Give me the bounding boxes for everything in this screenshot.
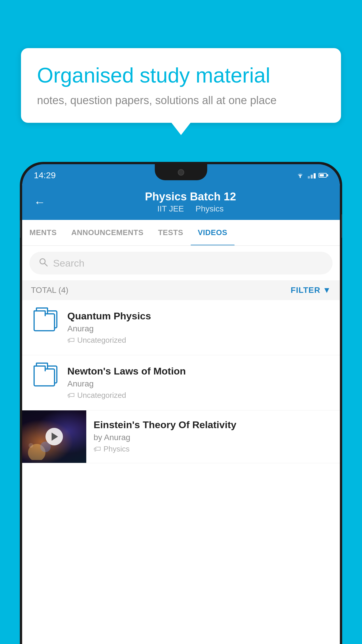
speech-bubble: Organised study material notes, question…: [21, 48, 341, 123]
filter-row: TOTAL (4) FILTER ▼: [22, 280, 340, 300]
notch: [155, 164, 207, 180]
volume-button: [20, 220, 21, 238]
search-placeholder: Search: [53, 258, 85, 269]
app-content: ← Physics Batch 12 IIT JEE Physics MENTS…: [22, 184, 340, 644]
play-button[interactable]: [45, 428, 63, 445]
tag-iit: IIT JEE: [157, 204, 184, 213]
status-icons: [296, 172, 328, 179]
list-item[interactable]: Einstein's Theory Of Relativity by Anura…: [22, 410, 340, 463]
battery-icon: [319, 173, 328, 178]
wifi-icon: [296, 172, 305, 179]
svg-line-2: [45, 263, 47, 266]
folder-icon: [34, 365, 57, 386]
phone-frame: 14:29: [20, 162, 342, 644]
tab-tests[interactable]: TESTS: [151, 220, 190, 245]
tag-icon: 🏷: [94, 444, 101, 454]
camera: [178, 169, 184, 176]
status-time: 14:29: [34, 170, 56, 180]
video-title-3: Einstein's Theory Of Relativity: [94, 419, 333, 430]
tag-icon: 🏷: [67, 336, 75, 345]
video-thumb-2: [31, 365, 60, 386]
tab-announcements[interactable]: ANNOUNCEMENTS: [64, 220, 151, 245]
video-author-3: by Anurag: [94, 433, 333, 442]
video-title-2: Newton's Laws of Motion: [67, 365, 331, 377]
tab-videos[interactable]: VIDEOS: [191, 220, 235, 245]
phone-inner: 14:29: [22, 164, 340, 644]
header-tags: IIT JEE Physics: [53, 204, 328, 214]
video-thumbnail-3: [22, 410, 86, 463]
batch-title: Physics Batch 12: [53, 190, 328, 203]
list-item[interactable]: Newton's Laws of Motion Anurag 🏷 Uncateg…: [22, 355, 340, 410]
video-thumb-1: [31, 310, 60, 331]
total-count: TOTAL (4): [31, 286, 68, 295]
tag-physics: Physics: [196, 204, 224, 213]
tabs-bar: MENTS ANNOUNCEMENTS TESTS VIDEOS: [22, 220, 340, 246]
video-author-1: Anurag: [67, 324, 331, 333]
video-info-3: Einstein's Theory Of Relativity by Anura…: [86, 410, 340, 462]
filter-label: FILTER: [291, 286, 320, 295]
svg-point-5: [29, 443, 33, 448]
header-title-block: Physics Batch 12 IIT JEE Physics: [53, 190, 328, 214]
list-item[interactable]: Quantum Physics Anurag 🏷 Uncategorized: [22, 300, 340, 355]
video-info-1: Quantum Physics Anurag 🏷 Uncategorized: [67, 310, 331, 345]
power-button: [341, 214, 342, 238]
play-icon: [52, 433, 58, 441]
video-tag-2: 🏷 Uncategorized: [67, 391, 331, 400]
video-tag-3: 🏷 Physics: [94, 444, 333, 454]
video-title-1: Quantum Physics: [67, 310, 331, 322]
search-icon: [38, 257, 49, 269]
filter-button[interactable]: FILTER ▼: [291, 286, 331, 295]
video-tag-1: 🏷 Uncategorized: [67, 336, 331, 345]
search-bar[interactable]: Search: [29, 252, 333, 274]
video-author-2: Anurag: [67, 379, 331, 388]
search-container: Search: [22, 246, 340, 280]
video-info-2: Newton's Laws of Motion Anurag 🏷 Uncateg…: [67, 365, 331, 400]
bubble-subtitle: notes, question papers, solutions all at…: [37, 94, 325, 107]
tab-ments[interactable]: MENTS: [22, 220, 64, 245]
filter-icon: ▼: [323, 286, 331, 295]
svg-point-0: [300, 177, 301, 178]
video-list: Quantum Physics Anurag 🏷 Uncategorized: [22, 300, 340, 463]
app-header: ← Physics Batch 12 IIT JEE Physics: [22, 184, 340, 220]
back-button[interactable]: ←: [34, 196, 45, 208]
bubble-title: Organised study material: [37, 63, 325, 88]
tag-icon: 🏷: [67, 391, 75, 400]
folder-icon: [34, 310, 57, 331]
signal-icon: [308, 172, 316, 178]
